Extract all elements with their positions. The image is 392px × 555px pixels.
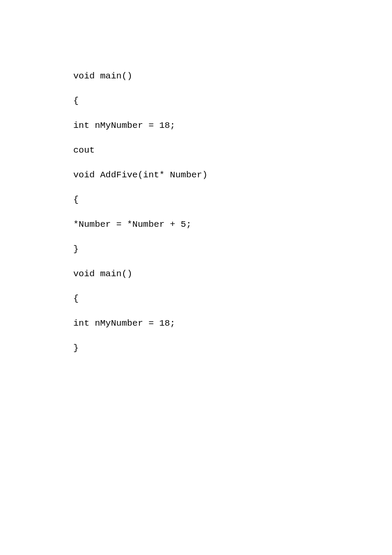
code-line: int nMyNumber = 18; bbox=[73, 121, 328, 130]
code-line: int nMyNumber = 18; bbox=[73, 319, 328, 328]
code-line: } bbox=[73, 245, 328, 254]
code-line: void main() bbox=[73, 269, 328, 278]
code-line: { bbox=[73, 195, 328, 204]
code-line: *Number = *Number + 5; bbox=[73, 220, 328, 229]
code-line: { bbox=[73, 294, 328, 303]
code-line: cout bbox=[73, 146, 328, 155]
code-line: } bbox=[73, 344, 328, 353]
code-line: void main() bbox=[73, 72, 328, 81]
document-page: void main() { int nMyNumber = 18; cout v… bbox=[0, 0, 392, 353]
code-line: { bbox=[73, 96, 328, 105]
code-line: void AddFive(int* Number) bbox=[73, 171, 328, 179]
